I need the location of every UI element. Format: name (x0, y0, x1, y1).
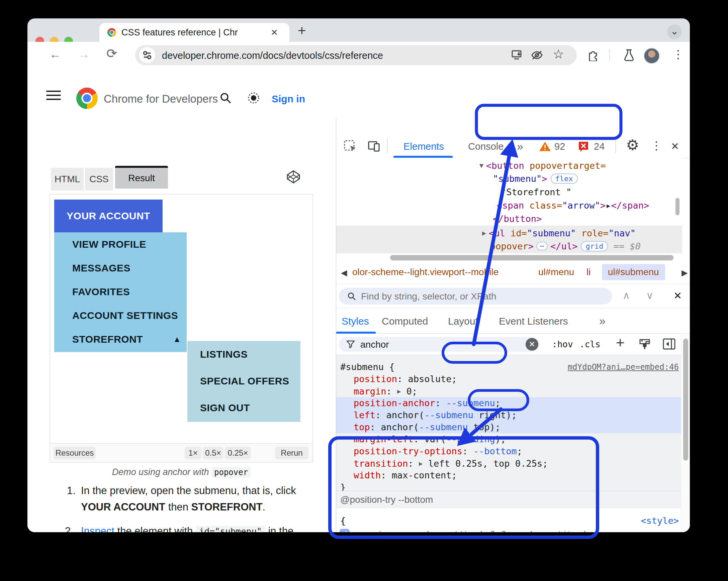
new-tab-button[interactable]: + (298, 25, 306, 36)
devtools-tab-console[interactable]: Console (468, 141, 503, 152)
warning-icon[interactable] (539, 141, 551, 152)
css-declaration[interactable]: transition: ▶ left 0.25s, top 0.25s; (354, 457, 548, 470)
reload-icon[interactable]: ⟳ (106, 48, 117, 59)
dom-node[interactable]: </button> (493, 213, 542, 225)
site-info-icon[interactable] (139, 47, 155, 63)
tab-computed[interactable]: Computed (382, 315, 428, 327)
scale-025x-button[interactable]: 0.25× (225, 447, 251, 459)
demo-subsubmenu-item[interactable]: SIGN OUT (187, 394, 301, 421)
breadcrumb-item[interactable]: li (587, 267, 591, 277)
tab-styles[interactable]: Styles (342, 315, 369, 327)
elements-vertical-scrollbar[interactable] (675, 198, 679, 215)
dom-node[interactable]: "submenu">flex (493, 173, 578, 185)
demo-subsubmenu-item[interactable]: SPECIAL OFFERS (187, 368, 301, 394)
breadcrumb-left-icon[interactable]: ◀ (341, 268, 347, 277)
inspect-element-icon[interactable] (344, 140, 357, 153)
codepen-icon[interactable] (286, 169, 301, 185)
styles-scrollbar-thumb[interactable] (683, 339, 688, 461)
css-declaration[interactable]: margin: ▶ 0; (354, 385, 417, 397)
url-text[interactable]: developer.chrome.com/docs/devtools/css/r… (162, 50, 383, 61)
filter-clear-icon[interactable]: ✕ (526, 338, 538, 351)
error-icon[interactable] (578, 141, 589, 152)
tab-search-button[interactable]: ⌄ (667, 24, 682, 39)
forward-icon[interactable]: → (78, 49, 90, 60)
tab-event-listeners[interactable]: Event Listeners (499, 315, 568, 327)
dom-node-ul-submenu-end[interactable]: popover>⋯</ul>grid == $0 (490, 240, 641, 252)
css-declaration[interactable]: margin: ▶ var(--padding) 0 0 var(--paddi… (356, 528, 594, 532)
toggle-hover-state-button[interactable]: :hov (552, 338, 573, 350)
address-bar[interactable]: developer.chrome.com/docs/devtools/css/r… (135, 45, 577, 65)
search-icon[interactable] (219, 91, 232, 105)
dom-node[interactable]: ▼<button popovertarget= (479, 160, 606, 172)
experiments-flask-icon[interactable] (622, 49, 636, 62)
style-tag-link[interactable]: <style> (641, 516, 679, 526)
sidebar-toggle-icon[interactable] (663, 338, 675, 350)
breadcrumb-item[interactable]: olor-scheme--light.viewport--mobile (352, 267, 498, 277)
back-icon[interactable]: ← (50, 49, 61, 60)
demo-tab-css[interactable]: CSS (85, 168, 113, 191)
more-tabs-icon[interactable]: » (517, 140, 523, 153)
dom-node[interactable]: "Storefront " (501, 186, 571, 198)
styles-more-tabs-icon[interactable]: » (599, 314, 605, 327)
demo-subsubmenu-item[interactable]: LISTINGS (187, 341, 301, 368)
sign-in-button[interactable]: Sign in (272, 93, 305, 105)
css-declaration[interactable]: left: anchor(--submenu right); (354, 409, 517, 421)
toggle-classes-button[interactable]: .cls (579, 338, 601, 350)
scale-05x-button[interactable]: 0.5× (203, 447, 224, 459)
new-style-rule-button[interactable]: + (616, 334, 625, 351)
find-prev-icon[interactable]: ∧ (623, 289, 630, 301)
site-title[interactable]: Chrome for Developers (104, 92, 218, 105)
demo-submenu-item[interactable]: ACCOUNT SETTINGS (54, 304, 187, 327)
avatar[interactable] (644, 48, 660, 64)
device-toolbar-icon[interactable] (368, 140, 381, 153)
resources-button[interactable]: Resources (54, 447, 96, 459)
demo-submenu-item-storefront[interactable]: STOREFRONT ▲ (54, 327, 187, 351)
css-declaration[interactable]: margin-left: var(--padding); (354, 433, 506, 445)
browser-toolbar: ← → ⟳ developer.chrome.com/docs/devtools… (27, 42, 690, 69)
scale-1x-button[interactable]: 1× (185, 447, 201, 459)
css-declaration[interactable]: top: anchor(--submenu top); (354, 421, 500, 433)
rerun-button[interactable]: Rerun (275, 447, 309, 459)
css-declaration-position-try-options[interactable]: position-try-options: --bottom; (354, 445, 522, 457)
breadcrumb-item[interactable]: ul#menu (538, 267, 574, 277)
dom-node[interactable]: <span class="arrow">▸</span> (497, 200, 649, 212)
demo-tab-result[interactable]: Result (115, 166, 168, 189)
demo-submenu-item[interactable]: FAVORITES (54, 280, 187, 304)
error-count[interactable]: 24 (594, 141, 604, 152)
css-declaration-position-anchor[interactable]: position-anchor: --submenu; (354, 397, 500, 409)
browser-tab[interactable]: CSS features reference | Chr ✕ (99, 23, 289, 42)
find-close-icon[interactable]: ✕ (673, 290, 682, 302)
rendering-brush-icon[interactable] (639, 338, 651, 350)
warning-count[interactable]: 92 (554, 141, 565, 152)
bookmark-star-icon[interactable]: ☆ (553, 49, 564, 60)
hamburger-menu-icon[interactable] (46, 91, 61, 100)
demo-your-account-button[interactable]: YOUR ACCOUNT (54, 200, 163, 232)
css-selector-line[interactable]: #submenu { (340, 361, 395, 373)
devtools-menu-icon[interactable]: ⋮ (651, 140, 662, 151)
extensions-icon[interactable] (587, 49, 599, 61)
css-declaration[interactable]: position: absolute; (354, 373, 457, 385)
find-next-icon[interactable]: ∨ (646, 289, 653, 301)
devtools-settings-gear-icon[interactable]: ⚙ (626, 136, 639, 154)
breadcrumb-item-selected[interactable]: ul#submenu (602, 264, 665, 280)
breadcrumb-right-icon[interactable]: ▶ (681, 268, 687, 277)
devtools-close-icon[interactable]: ✕ (671, 140, 679, 152)
eye-off-icon[interactable] (531, 50, 543, 61)
demo-tab-html[interactable]: HTML (51, 168, 84, 191)
filter-input[interactable] (360, 338, 501, 351)
theme-toggle-icon[interactable] (247, 91, 260, 105)
stylesheet-source-link[interactable]: mdYdpOM?ani…pe=embed:46 (568, 362, 679, 372)
demo-submenu-item[interactable]: MESSAGES (54, 256, 187, 280)
tab-title: CSS features reference | Chr (122, 27, 265, 38)
tab-close-icon[interactable]: ✕ (271, 27, 278, 38)
browser-menu-icon[interactable]: ⋮ (673, 49, 684, 60)
demo-submenu-item[interactable]: VIEW PROFILE (54, 232, 187, 256)
find-input[interactable] (360, 290, 596, 303)
css-declaration[interactable]: width: max-content; (354, 469, 457, 481)
devtools-tab-elements[interactable]: Elements (404, 141, 444, 152)
send-to-device-icon[interactable] (512, 50, 523, 60)
elements-hscrollbar-thumb[interactable] (390, 255, 673, 260)
dom-node-ul-submenu[interactable]: ▶<ul id="submenu" role="nav" (482, 227, 636, 239)
declaration-checkbox[interactable]: ✓ (340, 529, 349, 532)
tab-layout[interactable]: Layout (448, 315, 478, 327)
